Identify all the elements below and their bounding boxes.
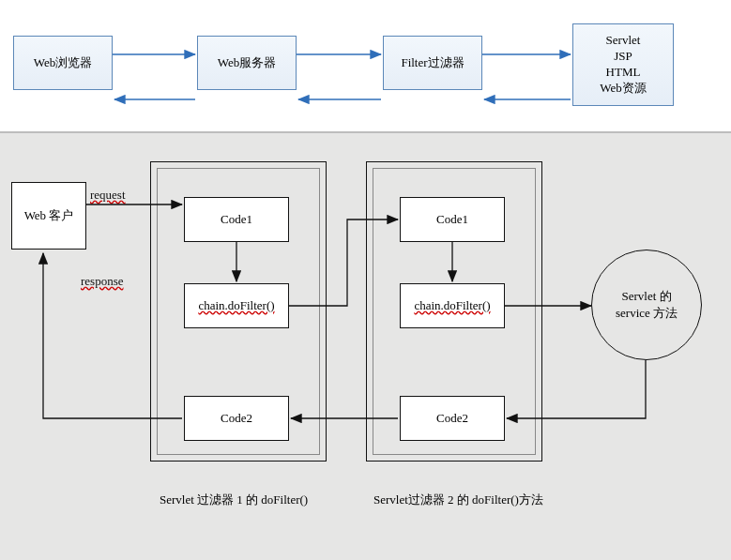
box-resource-l3: HTML [606,65,641,81]
box-filter-label: Filter过滤器 [401,55,464,71]
bottom-filter-chain-diagram: Web 客户 Code1 chain.doFilter() Code2 Code… [0,131,731,560]
box-resource-l4: Web资源 [600,81,647,97]
caption-filter-1: Servlet 过滤器 1 的 doFilter() [160,492,308,508]
f1-code2-label: Code2 [221,411,252,426]
servlet-l2: service 方法 [616,305,678,322]
box-web-browser: Web浏览器 [13,36,113,90]
f1-code2: Code2 [184,396,289,441]
box-resource-l1: Servlet [606,33,641,49]
f2-code1: Code1 [400,197,505,242]
servlet-l1: Servlet 的 [621,288,671,305]
label-response-text: response [81,274,124,288]
f2-code2-label: Code2 [436,411,468,426]
caption-filter-1-text: Servlet 过滤器 1 的 doFilter() [160,492,308,507]
box-web-browser-label: Web浏览器 [34,55,93,71]
f2-chain-label: chain.doFilter() [414,298,490,313]
box-web-client: Web 客户 [11,182,86,250]
f1-chain: chain.doFilter() [184,283,289,328]
f1-chain-label: chain.doFilter() [198,298,274,313]
f1-code1: Code1 [184,197,289,242]
top-filter-flow-diagram: Web浏览器 Web服务器 Filter过滤器 Servlet JSP HTML… [0,0,731,131]
f2-code2: Code2 [400,396,505,441]
box-filter: Filter过滤器 [383,36,482,90]
circle-servlet-service: Servlet 的 service 方法 [591,250,702,360]
label-request: request [90,188,126,203]
caption-filter-2: Servlet过滤器 2 的 doFilter()方法 [373,492,543,508]
box-resource-l2: JSP [614,49,632,65]
box-web-client-label: Web 客户 [24,207,74,224]
label-response: response [81,274,124,289]
f2-chain: chain.doFilter() [400,283,505,328]
label-request-text: request [90,188,126,202]
f2-code1-label: Code1 [436,212,468,227]
f1-code1-label: Code1 [221,212,252,227]
box-web-server: Web服务器 [197,36,297,90]
caption-filter-2-text: Servlet过滤器 2 的 doFilter()方法 [373,492,543,507]
box-web-resource: Servlet JSP HTML Web资源 [572,23,674,106]
box-web-server-label: Web服务器 [218,55,277,71]
